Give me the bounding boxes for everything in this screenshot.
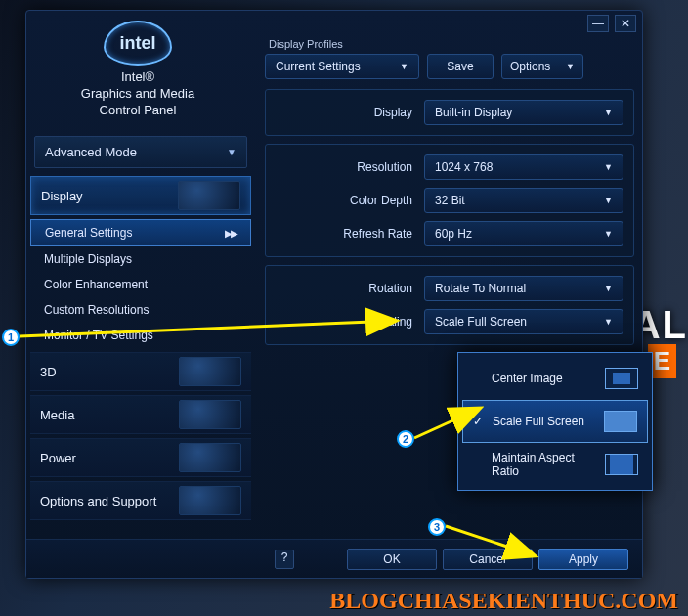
sidebar-item-label: 3D: [40, 365, 57, 379]
chevron-down-icon: ▼: [604, 162, 613, 172]
monitors-icon: [178, 181, 240, 210]
maintain-aspect-ratio-icon: [605, 454, 638, 475]
rotation-value: Rotate To Normal: [435, 282, 526, 295]
refresh-rate-value: 60p Hz: [435, 227, 472, 241]
sidebar-sub-label: Monitor / TV Settings: [44, 329, 153, 342]
profile-options-label: Options: [510, 60, 550, 73]
sidebar-item-label: Power: [40, 451, 76, 465]
annotation-badge-3: 3: [428, 518, 446, 536]
3d-icon: [179, 357, 241, 386]
annotation-badge-2: 2: [397, 430, 414, 448]
flag-icon: [179, 443, 241, 472]
sidebar-sub-label: Custom Resolutions: [44, 303, 149, 317]
sidebar-item-label: Display: [41, 189, 83, 203]
scaling-option-maintain-aspect-ratio[interactable]: Maintain Aspect Ratio: [462, 443, 648, 486]
field-label-display: Display: [276, 106, 412, 119]
sidebar: Advanced Mode ▼ Display General Settings…: [30, 136, 251, 524]
save-profile-button[interactable]: Save: [427, 54, 494, 79]
profile-dropdown[interactable]: Current Settings ▼: [265, 54, 419, 79]
sidebar-item-3d[interactable]: 3D: [30, 352, 251, 391]
chevron-down-icon: ▼: [227, 147, 236, 157]
display-dropdown-value: Built-in Display: [435, 106, 512, 119]
center-image-icon: [605, 368, 638, 389]
header: intel Intel® Graphics and Media Control …: [40, 21, 236, 119]
rotation-dropdown[interactable]: Rotate To Normal ▼: [424, 276, 624, 301]
color-depth-dropdown[interactable]: 32 Bit ▼: [424, 188, 624, 213]
control-panel-window: — ✕ intel Intel® Graphics and Media Cont…: [25, 10, 643, 579]
resolution-dropdown[interactable]: 1024 x 768 ▼: [424, 154, 624, 180]
app-title-line: Graphics and Media: [40, 86, 236, 103]
chevron-down-icon: ▼: [604, 196, 613, 205]
color-depth-value: 32 Bit: [435, 194, 465, 207]
refresh-rate-dropdown[interactable]: 60p Hz ▼: [424, 221, 624, 246]
app-title: Intel® Graphics and Media Control Panel: [40, 69, 236, 119]
sidebar-sub-label: Color Enhancement: [44, 278, 148, 291]
minimize-button[interactable]: —: [587, 15, 609, 32]
sidebar-item-label: Options and Support: [40, 494, 156, 508]
scaling-option-center-image[interactable]: Center Image: [462, 357, 648, 400]
tools-icon: [179, 486, 241, 515]
action-bar: ? OK Cancel Apply: [26, 539, 642, 578]
watermark: BLOGCHIASEKIENTHUC.COM: [329, 588, 678, 614]
display-group: Display Built-in Display ▼: [265, 89, 634, 136]
annotation-badge-1: 1: [2, 329, 20, 346]
scaling-option-scale-full-screen[interactable]: ✓Scale Full Screen: [462, 400, 648, 443]
profiles-row: Current Settings ▼ Save Options ▼: [265, 54, 634, 79]
scaling-dropdown-menu: Center Image ✓Scale Full Screen Maintain…: [457, 352, 653, 491]
field-label-resolution: Resolution: [276, 160, 412, 174]
sidebar-sub-label: General Settings: [45, 226, 132, 240]
sidebar-sub-color-enhancement[interactable]: Color Enhancement: [30, 272, 251, 297]
cancel-button[interactable]: Cancel: [443, 549, 533, 570]
mode-dropdown[interactable]: Advanced Mode ▼: [34, 136, 247, 168]
content-area: Display Profiles Current Settings ▼ Save…: [265, 38, 634, 353]
check-icon: ✓: [473, 415, 487, 428]
sidebar-item-label: Media: [40, 408, 74, 422]
sidebar-sub-custom-resolutions[interactable]: Custom Resolutions: [30, 297, 251, 323]
help-button[interactable]: ?: [275, 550, 294, 569]
profiles-heading: Display Profiles: [269, 38, 634, 50]
field-label-refresh-rate: Refresh Rate: [276, 227, 412, 241]
chevron-down-icon: ▼: [566, 62, 575, 71]
chevron-down-icon: ▼: [604, 108, 613, 117]
scaling-option-label: Maintain Aspect Ratio: [492, 451, 605, 478]
resolution-value: 1024 x 768: [435, 160, 493, 174]
sidebar-sub-multiple-displays[interactable]: Multiple Displays: [30, 246, 251, 272]
sidebar-item-display[interactable]: Display: [30, 176, 251, 215]
camera-icon: [179, 400, 241, 429]
scaling-option-label: Center Image: [492, 372, 563, 385]
scaling-value: Scale Full Screen: [435, 315, 527, 329]
profile-dropdown-value: Current Settings: [276, 60, 361, 73]
field-label-rotation: Rotation: [276, 282, 412, 295]
chevron-down-icon: ▼: [604, 317, 613, 327]
app-title-line: Intel®: [40, 69, 236, 86]
scaling-dropdown[interactable]: Scale Full Screen ▼: [424, 309, 624, 334]
apply-button[interactable]: Apply: [538, 549, 628, 570]
sidebar-sub-general-settings[interactable]: General Settings ▶▶: [30, 219, 251, 246]
chevron-down-icon: ▼: [604, 229, 613, 239]
scale-full-screen-icon: [604, 411, 637, 432]
display-dropdown[interactable]: Built-in Display ▼: [424, 100, 624, 125]
sidebar-sub-monitor-tv-settings[interactable]: Monitor / TV Settings: [30, 323, 251, 348]
sidebar-item-power[interactable]: Power: [30, 438, 251, 477]
scaling-option-label: Scale Full Screen: [493, 415, 584, 428]
chevron-right-icon: ▶▶: [225, 228, 236, 239]
ok-button[interactable]: OK: [347, 549, 437, 570]
sidebar-item-options-support[interactable]: Options and Support: [30, 481, 251, 520]
window-controls: — ✕: [587, 15, 636, 32]
chevron-down-icon: ▼: [400, 62, 408, 71]
field-label-color-depth: Color Depth: [276, 194, 412, 207]
rotation-scaling-group: Rotation Rotate To Normal ▼ Scaling Scal…: [265, 265, 634, 345]
mode-label: Advanced Mode: [45, 145, 137, 159]
sidebar-item-media[interactable]: Media: [30, 395, 251, 434]
chevron-down-icon: ▼: [604, 284, 613, 293]
profile-options-button[interactable]: Options ▼: [501, 54, 583, 79]
app-title-line: Control Panel: [40, 103, 236, 119]
intel-logo-icon: intel: [104, 21, 172, 66]
mode-group: Resolution 1024 x 768 ▼ Color Depth 32 B…: [265, 144, 634, 257]
field-label-scaling: Scaling: [276, 315, 412, 329]
close-button[interactable]: ✕: [615, 15, 636, 32]
sidebar-sub-label: Multiple Displays: [44, 252, 132, 266]
